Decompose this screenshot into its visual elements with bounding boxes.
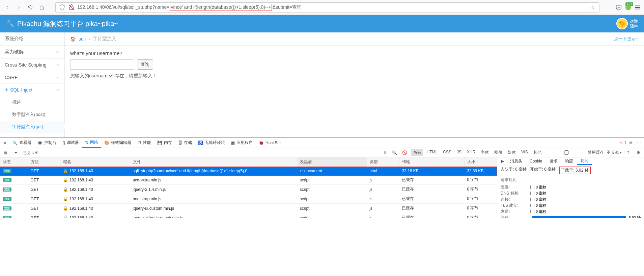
network-row[interactable]: 200GET🔓192.168.1.40bootstrap.min.js scri… <box>0 194 497 204</box>
column-header[interactable]: 发起者 <box>297 157 367 167</box>
shield-icon <box>58 4 66 11</box>
column-header[interactable]: 类型 <box>367 157 399 167</box>
responsive-icon[interactable]: ⧉ <box>627 139 635 147</box>
app-title: Pikachu 漏洞练习平台 pika~pika~ <box>17 19 118 28</box>
sidebar-item[interactable]: Cross-Site Scripting <box>0 59 64 71</box>
detail-back-icon[interactable]: ▶ <box>499 157 506 165</box>
detail-tab[interactable]: 消息头 <box>507 157 526 165</box>
filter-chip[interactable]: 所有 <box>411 149 423 156</box>
devtools-tab[interactable]: ♿无障碍环境 <box>195 138 228 148</box>
detail-tab[interactable]: Cookie <box>526 157 545 165</box>
extension-badge[interactable]: 127 <box>624 4 632 11</box>
bookmark-star-icon[interactable]: ☆ <box>589 4 596 11</box>
sidebar-item[interactable]: ✈ SQL-Inject <box>0 84 64 96</box>
devtools-tab[interactable]: 🐞HackBar <box>256 138 284 148</box>
disable-cache-checkbox[interactable]: 禁用缓存 <box>546 150 604 155</box>
breadcrumb-link[interactable]: sqli <box>79 36 86 42</box>
filter-chip[interactable]: 字体 <box>479 149 491 156</box>
detail-tab[interactable]: 响应 <box>562 157 577 165</box>
downloaded-label: 下载于: 5.02 秒 <box>559 167 590 174</box>
sidebar-item[interactable]: 暴力破解 <box>0 46 64 59</box>
menu-icon[interactable] <box>634 4 641 11</box>
column-header[interactable]: 传输 <box>399 157 464 167</box>
network-row[interactable]: 200GET🔓192.168.1.40jquery.ui.touch-punch… <box>0 213 497 219</box>
devtools-tab[interactable]: 🎨样式编辑器 <box>101 138 134 148</box>
detail-pane: ▶ 消息头Cookie请求响应耗时 入队于: 0 毫秒 开始于: 0 毫秒 下载… <box>497 157 644 218</box>
filter-chip[interactable]: XHR <box>465 149 477 156</box>
network-row[interactable]: 200GET🔓192.168.1.40jquery-2.1.4.min.js s… <box>0 185 497 194</box>
breadcrumb-current: 字符型注入 <box>93 36 116 42</box>
error-message: 您输入的username不存在，请重新输入！ <box>70 73 639 79</box>
browser-toolbar: 192.168.1.40/06/vul/sqli/sqli_str.php?na… <box>0 0 644 15</box>
har-icon[interactable]: ↥ <box>624 149 632 156</box>
home-button[interactable] <box>37 3 47 12</box>
forward-button[interactable] <box>14 3 24 12</box>
devtools-tab[interactable]: {}调试器 <box>59 138 82 148</box>
error-count[interactable]: ⚠ 1 <box>619 141 626 145</box>
filter-chip[interactable]: 媒体 <box>506 149 518 156</box>
timing-row: 连接:| 0 毫秒 <box>501 196 641 202</box>
timing-row: 发送:| 0 毫秒 <box>501 208 641 215</box>
username-input[interactable] <box>70 59 134 70</box>
pocket-icon[interactable] <box>615 4 622 11</box>
insecure-icon <box>68 4 75 11</box>
tip-link[interactable]: 点一下提示~ <box>614 36 639 42</box>
filter-chip[interactable]: 图像 <box>492 149 504 156</box>
devtools-tabs: ✕ 🔍查看器💻控制台{}调试器⇅网络🎨样式编辑器⏱性能💾内存🗄存储♿无障碍环境▦… <box>0 138 644 148</box>
home-icon[interactable]: 🏠 <box>70 36 76 42</box>
sidebar-subitem[interactable]: 数字型注入(post) <box>0 108 64 121</box>
block-icon[interactable]: 🚫 <box>401 149 409 156</box>
more-icon[interactable]: ⋯ <box>635 139 643 147</box>
network-table[interactable]: 状态方法域名文件发起者类型传输大小 200GET🔓192.168.1.40sql… <box>0 157 497 218</box>
breadcrumb: 🏠 sqli › 字符型注入 点一下提示~ <box>65 32 644 46</box>
sidebar-subitem[interactable]: 字符型注入(get) <box>0 121 64 133</box>
filter-chip[interactable]: 其他 <box>531 149 543 156</box>
filter-chip[interactable]: JS <box>455 149 464 156</box>
queued-label: 入队于: 0 毫秒 <box>501 167 527 174</box>
devtools-tab[interactable]: ⏱性能 <box>134 138 154 148</box>
timing-row: DNS 解析:| 0 毫秒 <box>501 190 641 196</box>
column-header[interactable]: 状态 <box>0 157 28 167</box>
url-bar[interactable]: 192.168.1.40/06/vul/sqli/sqli_str.php?na… <box>55 2 599 12</box>
devtools-tab[interactable]: 💾内存 <box>154 138 175 148</box>
filter-chip[interactable]: WS <box>519 149 530 156</box>
devtools-tab[interactable]: ▦应用程序 <box>228 138 256 148</box>
search-icon[interactable]: 🔍 <box>391 149 398 156</box>
back-button[interactable] <box>3 3 12 12</box>
network-row[interactable]: 200GET🔓192.168.1.40sqli_str.php?name=vin… <box>0 167 497 175</box>
started-label: 开始于: 0 毫秒 <box>530 167 556 174</box>
submit-button[interactable]: 查询 <box>137 59 153 70</box>
timing-section-label: 请求耗时 <box>497 176 644 184</box>
devtools: ✕ 🔍查看器💻控制台{}调试器⇅网络🎨样式编辑器⏱性能💾内存🗄存储♿无障碍环境▦… <box>0 137 644 218</box>
app-header: 🔧 Pikachu 漏洞练习平台 pika~pika~ 🐤 欢迎骚年 <box>0 15 644 32</box>
column-header[interactable]: 文件 <box>130 157 297 167</box>
column-header[interactable]: 大小 <box>464 157 497 167</box>
sidebar-item[interactable]: 系统介绍 <box>0 32 64 46</box>
filter-input[interactable] <box>22 150 63 155</box>
settings-icon[interactable]: ⚙ <box>635 149 642 156</box>
timing-row: TLS 建立:| 0 毫秒 <box>501 202 641 208</box>
detail-tab[interactable]: 请求 <box>546 157 561 165</box>
network-row[interactable]: 200GET🔓192.168.1.40jquery-ui.custom.min.… <box>0 204 497 213</box>
user-menu[interactable]: 🐤 欢迎骚年 <box>616 18 638 29</box>
close-devtools-icon[interactable]: ✕ <box>1 139 9 147</box>
sidebar-subitem[interactable]: 概述 <box>0 96 64 108</box>
column-header[interactable]: 方法 <box>28 157 60 167</box>
network-row[interactable]: 200GET🔓192.168.1.40ace-extra.min.js scri… <box>0 175 497 185</box>
avatar: 🐤 <box>616 18 628 29</box>
devtools-tab[interactable]: 🔍查看器 <box>9 138 34 148</box>
filter-chip[interactable]: CSS <box>441 149 453 156</box>
timing-row: 阻塞:| 0 毫秒 <box>501 184 641 190</box>
throttle-select[interactable]: 不节流 ▾ <box>607 150 622 155</box>
devtools-tab[interactable]: 💻控制台 <box>34 138 59 148</box>
trash-icon[interactable]: 🗑 <box>2 149 9 156</box>
filter-chip[interactable]: HTML <box>425 149 440 156</box>
devtools-tab[interactable]: ⇅网络 <box>82 138 101 148</box>
filter-icon[interactable]: ⏷ <box>12 149 20 156</box>
devtools-tab[interactable]: 🗄存储 <box>175 138 195 148</box>
column-header[interactable]: 域名 <box>60 157 130 167</box>
reload-button[interactable] <box>26 3 35 12</box>
pause-icon[interactable]: ⏸ <box>381 149 388 156</box>
sidebar-item[interactable]: CSRF <box>0 71 64 84</box>
detail-tab[interactable]: 耗时 <box>577 157 592 165</box>
